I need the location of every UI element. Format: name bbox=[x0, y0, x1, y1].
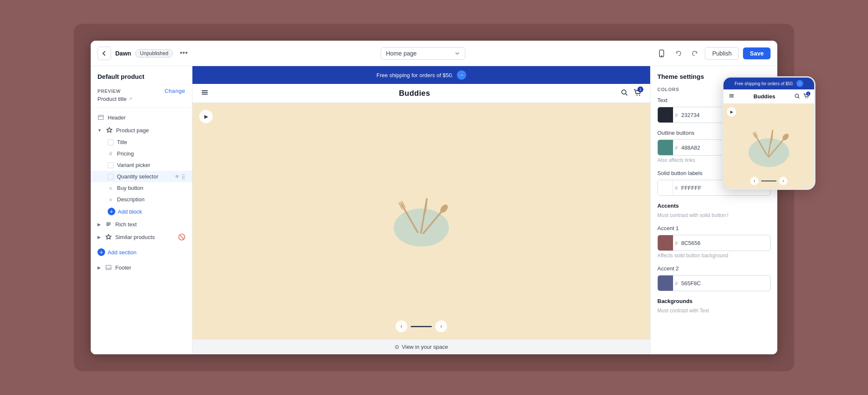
mobile-hamburger-icon bbox=[729, 93, 734, 100]
outer-wrapper: Dawn Unpublished ••• Home page bbox=[74, 24, 794, 371]
color-row-accent2: Accent 2 # 565F8C bbox=[657, 265, 771, 291]
product-page-section[interactable]: ▼ Product page bbox=[91, 124, 192, 136]
accent2-input[interactable]: # 565F8C bbox=[657, 275, 771, 291]
sub-item-variant-picker[interactable]: Variant picker bbox=[91, 159, 192, 171]
mobile-cutlery bbox=[735, 119, 803, 174]
preview-label: PREVIEW Change bbox=[97, 88, 185, 94]
header-icon bbox=[97, 114, 104, 121]
add-block-plus-icon: + bbox=[108, 208, 115, 215]
external-link-icon: ↗ bbox=[128, 96, 132, 102]
preview-section: PREVIEW Change Product title ↗ bbox=[91, 85, 192, 108]
mobile-store-name: Buddies bbox=[754, 93, 775, 100]
play-button[interactable]: ▶ bbox=[199, 110, 213, 123]
add-section-button[interactable]: + Add section bbox=[91, 245, 192, 259]
accent1-value: 8C5656 bbox=[679, 236, 770, 250]
search-icon[interactable] bbox=[620, 89, 628, 98]
mobile-header-icons: 1 bbox=[794, 93, 809, 100]
topbar-right: Publish Save bbox=[655, 47, 771, 60]
svg-rect-2 bbox=[98, 115, 103, 120]
similar-products-label: Similar products bbox=[115, 234, 155, 240]
sub-item-title[interactable]: Title bbox=[91, 136, 192, 148]
page-selector-label: Home page bbox=[386, 50, 417, 57]
sidebar: Default product PREVIEW Change Product t… bbox=[91, 66, 192, 354]
cart-icon[interactable]: 1 bbox=[633, 88, 642, 98]
carousel-nav: ‹ › bbox=[395, 320, 447, 332]
svg-point-15 bbox=[639, 95, 640, 96]
mobile-promo-text: Free shipping for orders of $50. bbox=[734, 81, 794, 86]
page-selector[interactable]: Home page bbox=[381, 47, 465, 60]
back-button[interactable] bbox=[97, 47, 111, 60]
svg-line-28 bbox=[798, 97, 799, 98]
footer-label: Footer bbox=[115, 264, 185, 271]
similar-products-section[interactable]: ▶ Similar products 🚫 bbox=[91, 231, 192, 243]
mobile-preview-button[interactable] bbox=[655, 47, 668, 60]
buy-button-icon: ≡ bbox=[108, 185, 114, 191]
drag-icon[interactable]: ⣿ bbox=[181, 174, 185, 180]
mobile-preview: Free shipping for orders of $50. → Buddi… bbox=[722, 76, 815, 190]
accent1-swatch bbox=[658, 235, 673, 250]
publish-button[interactable]: Publish bbox=[705, 47, 739, 60]
hamburger-icon[interactable] bbox=[201, 89, 209, 98]
accent2-swatch bbox=[658, 275, 673, 291]
promo-bar: Free shipping for orders of $50. → bbox=[192, 66, 650, 84]
store-header: Buddies bbox=[192, 84, 650, 103]
svg-point-27 bbox=[795, 94, 798, 97]
text-hash: # bbox=[673, 112, 679, 118]
variant-picker-icon bbox=[108, 162, 114, 168]
sub-item-pricing[interactable]: # Pricing bbox=[91, 148, 192, 159]
footer-icon bbox=[105, 264, 112, 271]
variant-picker-label: Variant picker bbox=[117, 162, 150, 168]
add-block-button[interactable]: + Add block bbox=[91, 205, 192, 218]
solid-hash: # bbox=[673, 185, 679, 191]
backgrounds-label: Backgrounds bbox=[657, 298, 771, 304]
accent1-input[interactable]: # 8C5656 bbox=[657, 235, 771, 251]
svg-point-1 bbox=[662, 56, 662, 56]
sub-item-description[interactable]: ≡ Description bbox=[91, 194, 192, 205]
buy-button-label: Buy button bbox=[117, 185, 143, 191]
view-in-space-bar[interactable]: ⊙ View in your space bbox=[192, 339, 650, 354]
rich-text-arrow: ▶ bbox=[97, 222, 101, 227]
mobile-carousel-prev[interactable]: ‹ bbox=[750, 177, 759, 185]
accent2-hash: # bbox=[673, 280, 679, 287]
promo-text: Free shipping for orders of $50. bbox=[376, 72, 453, 78]
accent2-label: Accent 2 bbox=[657, 265, 771, 272]
quantity-selector-label: Quantity selector bbox=[117, 173, 159, 180]
description-icon: ≡ bbox=[108, 197, 114, 203]
title-label: Title bbox=[117, 139, 127, 145]
rich-text-icon bbox=[105, 221, 112, 228]
topbar-center: Home page bbox=[196, 47, 650, 60]
eye-icon[interactable]: 👁 bbox=[175, 174, 180, 180]
ar-icon: ⊙ bbox=[395, 344, 399, 350]
expand-arrow: ▼ bbox=[97, 128, 102, 133]
mobile-cart-badge: 1 bbox=[806, 92, 810, 96]
mobile-play-button: ▶ bbox=[727, 107, 736, 117]
svg-point-29 bbox=[806, 97, 807, 98]
title-icon bbox=[108, 139, 114, 145]
svg-point-14 bbox=[637, 95, 637, 96]
footer-arrow: ▶ bbox=[97, 265, 101, 270]
nav-item-footer[interactable]: ▶ Footer bbox=[91, 261, 192, 274]
mobile-search-icon bbox=[794, 93, 800, 100]
add-section-plus-icon: + bbox=[97, 248, 105, 256]
undo-button[interactable] bbox=[673, 47, 684, 59]
save-button[interactable]: Save bbox=[743, 47, 771, 59]
change-link[interactable]: Change bbox=[164, 88, 185, 94]
view-in-space-label: View in your space bbox=[402, 344, 448, 350]
add-section-label: Add section bbox=[108, 249, 136, 256]
rich-text-section[interactable]: ▶ Rich text bbox=[91, 218, 192, 231]
sub-item-buy-button[interactable]: ≡ Buy button bbox=[91, 182, 192, 194]
mobile-cart-icon: 1 bbox=[803, 93, 809, 100]
nav-item-header[interactable]: Header bbox=[91, 111, 192, 124]
more-options-button[interactable]: ••• bbox=[177, 48, 190, 58]
topbar: Dawn Unpublished ••• Home page bbox=[91, 41, 777, 66]
promo-arrow-icon: → bbox=[457, 70, 466, 80]
carousel-next-button[interactable]: › bbox=[435, 320, 447, 332]
store-header-icons: 1 bbox=[620, 88, 642, 98]
redo-button[interactable] bbox=[689, 47, 701, 59]
slide-indicator bbox=[411, 326, 432, 327]
solid-button-labels-swatch bbox=[658, 180, 673, 195]
carousel-prev-button[interactable]: ‹ bbox=[395, 320, 407, 332]
sub-item-quantity-selector[interactable]: Quantity selector 👁 ⣿ bbox=[91, 171, 192, 182]
mobile-carousel-next[interactable]: › bbox=[779, 177, 787, 185]
accents-section: Accents Must contrast with solid button … bbox=[657, 203, 771, 218]
